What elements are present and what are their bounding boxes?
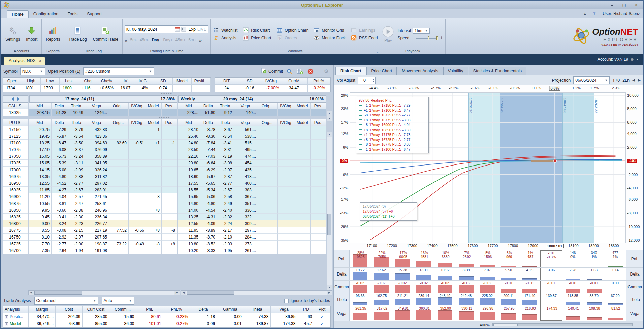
chain-cell[interactable]: 418.... <box>234 173 258 180</box>
chain-cell[interactable]: -2.92 <box>52 234 68 241</box>
chain-cell[interactable]: 15.05 <box>29 160 52 167</box>
greeks-cell[interactable]: -0.02 <box>413 281 434 293</box>
puts-row[interactable]: 1697513.35-4.80-2.88311.8218.60-5.97-2.8… <box>3 173 326 180</box>
commit-button[interactable]: Commit <box>261 68 283 75</box>
chain-cell[interactable]: 140... <box>234 109 258 116</box>
chain-cell[interactable] <box>162 126 177 133</box>
chain-cell[interactable] <box>129 220 146 227</box>
chain-cell[interactable] <box>162 133 177 140</box>
chain-cell[interactable]: -2.57 <box>68 193 85 200</box>
zoom-slider[interactable] <box>492 323 633 326</box>
expiration-picker-icon[interactable] <box>181 26 187 32</box>
greeks-cell[interactable]: -174.33 <box>540 306 562 321</box>
scroll-down-icon[interactable]: ▼ <box>327 116 332 121</box>
chain-cell[interactable]: 23.50 <box>178 146 200 153</box>
chain-cell[interactable]: -8.78 <box>200 126 217 133</box>
chain-cell[interactable]: -4.31 <box>200 214 217 220</box>
greeks-cell[interactable]: -0.02 <box>371 281 392 293</box>
chain-cell[interactable] <box>278 200 295 207</box>
search-icon[interactable] <box>286 68 293 75</box>
chain-cell[interactable]: -5.06 <box>200 193 217 200</box>
chain-cell[interactable]: 9.95 <box>29 207 52 214</box>
chain-cell[interactable] <box>278 180 295 187</box>
puts-row[interactable]: 168009.00-3.24-2.23226.7712.55-4.09-2.24… <box>3 220 326 227</box>
chain-cell[interactable] <box>109 167 129 173</box>
greeks-cell[interactable]: 239.14 <box>413 293 434 306</box>
reports-button[interactable]: Reports <box>44 26 62 42</box>
chain-cell[interactable] <box>295 167 311 173</box>
strike-cell[interactable]: 16975 <box>3 173 28 180</box>
chain-cell[interactable]: 538.... <box>234 133 258 140</box>
chain-cell[interactable] <box>278 241 295 247</box>
chain-cell[interactable]: -2.77 <box>52 241 68 247</box>
chain-cell[interactable]: -4.09 <box>200 220 217 227</box>
chain-cell[interactable] <box>278 153 295 160</box>
chain-cell[interactable]: -2.24 <box>217 220 234 227</box>
greeks-cell[interactable]: 248.49 <box>434 293 456 306</box>
import-button[interactable]: Import <box>24 26 39 42</box>
chain-cell[interactable]: 400.... <box>234 180 258 187</box>
speed-slider[interactable] <box>416 38 438 39</box>
chain-cell[interactable] <box>146 220 162 227</box>
chain-cell[interactable] <box>311 247 326 254</box>
chain-cell[interactable]: -2.38 <box>68 207 85 214</box>
chain-cell[interactable]: 322.... <box>234 214 258 220</box>
chain-cell[interactable]: -3.37 <box>68 146 85 153</box>
strike-cell[interactable]: 16750 <box>3 234 28 241</box>
chain-cell[interactable]: 198.87 <box>85 241 109 247</box>
tab-risk-chart[interactable]: Risk Chart <box>335 67 366 75</box>
chain-scrollbar[interactable]: ▲ ▼ ▲ ▼ <box>327 95 332 290</box>
chain-cell[interactable]: -8 <box>146 193 162 200</box>
greeks-cell[interactable]: 4771% <box>605 250 626 267</box>
risk-plot[interactable]: 17578.2017734.4918047.0818203.38 937.80 … <box>350 92 626 243</box>
chain-cell[interactable] <box>295 214 311 220</box>
chain-cell[interactable]: -7.03 <box>200 153 217 160</box>
chain-cell[interactable]: 18.60 <box>178 173 200 180</box>
chain-cell[interactable] <box>278 109 295 116</box>
chain-cell[interactable]: -3.08 <box>52 227 68 234</box>
strike-cell[interactable]: 16925 <box>3 187 28 193</box>
chain-cell[interactable] <box>129 180 146 187</box>
chain-cell[interactable] <box>146 234 162 241</box>
chain-cell[interactable] <box>162 180 177 187</box>
chain-cell[interactable] <box>258 153 278 160</box>
chain-cell[interactable] <box>162 247 177 254</box>
chain-cell[interactable] <box>146 167 162 173</box>
chain-cell[interactable] <box>311 180 326 187</box>
chain-cell[interactable] <box>109 146 129 153</box>
greeks-cell[interactable]: 15.38 <box>392 268 413 280</box>
chain-cell[interactable]: -2.47 <box>68 200 85 207</box>
chain-cell[interactable]: 20.75 <box>29 126 52 133</box>
chain-cell[interactable]: -3.41 <box>217 140 234 146</box>
greeks-cell[interactable]: -1%-487 <box>519 250 540 267</box>
add-to-grid-icon[interactable] <box>296 68 304 75</box>
chain-cell[interactable]: 15.65 <box>178 193 200 200</box>
chain-cell[interactable]: 7.35 <box>29 247 52 254</box>
chain-cell[interactable] <box>109 193 129 200</box>
chain-cell[interactable]: -3.60 <box>52 207 68 214</box>
step-45m+[interactable]: 45m+ <box>175 38 186 42</box>
chain-cell[interactable]: -7.84 <box>200 140 217 146</box>
greeks-cell[interactable]: 3.06 <box>540 268 562 280</box>
chain-cell[interactable]: -3.41 <box>52 214 68 220</box>
chain-cell[interactable] <box>311 241 326 247</box>
chain-cell[interactable]: 367.... <box>234 193 258 200</box>
chain-cell[interactable]: -3.52 <box>200 241 217 247</box>
greeks-cell[interactable]: -10%-3380 <box>434 250 456 267</box>
ta-row-name[interactable]: +Model <box>3 320 29 327</box>
chain-cell[interactable] <box>258 187 278 193</box>
strike-cell[interactable]: 16800 <box>3 220 28 227</box>
chain-cell[interactable]: -3.64 <box>68 133 85 140</box>
chain-cell[interactable] <box>129 173 146 180</box>
greeks-cell[interactable]: 19.72 <box>350 268 371 280</box>
chain-cell[interactable]: 454.... <box>234 160 258 167</box>
chain-cell[interactable] <box>146 133 162 140</box>
chain-cell[interactable] <box>311 160 326 167</box>
chain-cell[interactable] <box>311 173 326 180</box>
scroll-down-icon[interactable]: ▼ <box>327 285 332 290</box>
chain-cell[interactable] <box>109 220 129 227</box>
chain-cell[interactable]: 20.80 <box>178 160 200 167</box>
chain-cell[interactable]: -6.87 <box>52 133 68 140</box>
chain-cell[interactable] <box>162 234 177 241</box>
chain-cell[interactable]: 228.... <box>178 109 200 116</box>
